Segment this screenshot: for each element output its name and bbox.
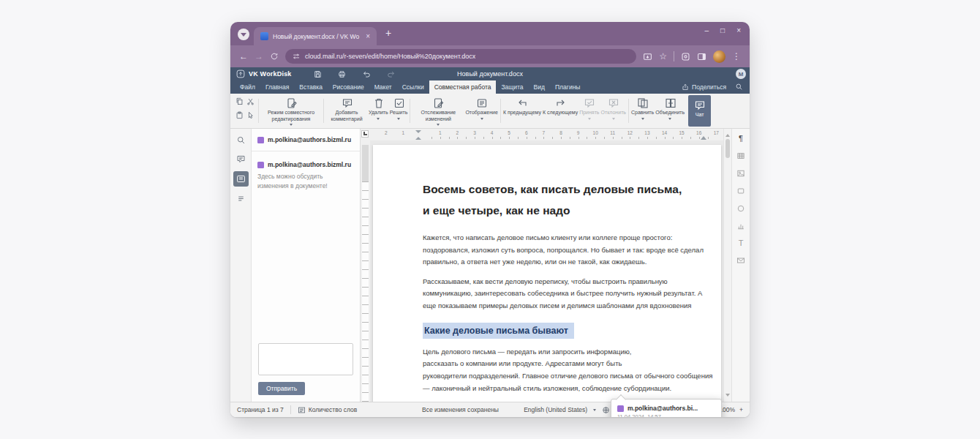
paragraph-settings-icon[interactable]: ¶ bbox=[739, 135, 743, 143]
shape-settings-icon[interactable] bbox=[736, 187, 745, 195]
chart-settings-icon[interactable] bbox=[736, 222, 745, 230]
desktop: Новый документ.docx / VK Wo × + – □ × ← … bbox=[0, 0, 980, 439]
scroll-down-arrow[interactable] bbox=[725, 394, 730, 399]
scroll-up-arrow[interactable] bbox=[725, 132, 730, 137]
add-comment-button[interactable]: Добавить комментарий bbox=[325, 95, 368, 127]
track-changes-button[interactable]: Отслеживание изменений bbox=[412, 95, 464, 127]
delete-comment-button[interactable]: Удалить bbox=[368, 95, 389, 127]
copy-icon[interactable] bbox=[234, 97, 245, 111]
chat-toggle-button[interactable]: Чат bbox=[688, 95, 711, 127]
save-icon[interactable] bbox=[314, 70, 322, 78]
co-editing-mode-button[interactable]: Режим совместного редактирования bbox=[260, 95, 322, 127]
window-minimize-button[interactable]: – bbox=[705, 27, 709, 34]
chat-message-user: m.polkina@authors.bizml.ru bbox=[268, 161, 351, 168]
track-changes-icon bbox=[433, 97, 444, 108]
tab-stop-selector[interactable] bbox=[361, 130, 369, 138]
mail-merge-icon[interactable] bbox=[736, 256, 745, 265]
tab-protection[interactable]: Защита bbox=[496, 80, 528, 94]
reject-change-button[interactable]: Отклонить bbox=[600, 95, 627, 127]
page-area[interactable]: Восемь советов, как писать деловые письм… bbox=[370, 140, 731, 402]
print-icon[interactable] bbox=[338, 70, 346, 78]
combine-icon bbox=[665, 97, 676, 108]
tab-insert[interactable]: Вставка bbox=[294, 80, 328, 94]
chat-send-button[interactable]: Отправить bbox=[258, 382, 305, 395]
word-count-icon[interactable] bbox=[298, 406, 306, 414]
display-mode-button[interactable]: Отображение bbox=[464, 95, 499, 127]
word-count-label[interactable]: Количество слов bbox=[309, 406, 358, 413]
reload-button[interactable] bbox=[270, 52, 279, 61]
language-selector[interactable]: English (United States) bbox=[524, 406, 587, 413]
redo-icon[interactable] bbox=[387, 70, 396, 78]
previous-change-button[interactable]: К предыдущему bbox=[502, 95, 542, 127]
chat-header-user: m.polkina@authors.bizml.ru bbox=[268, 136, 351, 143]
site-settings-icon[interactable] bbox=[293, 53, 300, 60]
tab-plugins[interactable]: Плагины bbox=[550, 80, 585, 94]
accept-change-button[interactable]: Принять bbox=[578, 95, 600, 127]
accept-icon bbox=[584, 97, 595, 108]
tab-search-chevron-icon[interactable] bbox=[238, 29, 249, 40]
undo-icon[interactable] bbox=[362, 70, 371, 78]
tab-draw[interactable]: Рисование bbox=[328, 80, 369, 94]
browser-tab[interactable]: Новый документ.docx / VK Wo × bbox=[254, 27, 377, 45]
document-language-icon[interactable] bbox=[602, 406, 610, 414]
side-panel-icon[interactable] bbox=[697, 52, 706, 61]
tab-view[interactable]: Вид bbox=[529, 80, 550, 94]
navigation-panel-icon[interactable] bbox=[236, 194, 246, 203]
next-change-button[interactable]: К следующему bbox=[542, 95, 578, 127]
table-settings-icon[interactable] bbox=[736, 151, 745, 160]
document-title: Новый документ.docx bbox=[457, 70, 523, 78]
vertical-ruler[interactable] bbox=[361, 129, 370, 402]
caret-down-icon bbox=[480, 118, 483, 121]
tab-layout[interactable]: Макет bbox=[369, 80, 397, 94]
new-tab-button[interactable]: + bbox=[385, 28, 391, 38]
back-button[interactable]: ← bbox=[239, 52, 248, 61]
caret-down-icon bbox=[612, 118, 615, 121]
document-scrollbar[interactable] bbox=[723, 129, 731, 402]
tab-collaboration[interactable]: Совместная работа bbox=[429, 80, 497, 94]
install-app-icon[interactable] bbox=[643, 52, 652, 61]
search-icon[interactable] bbox=[735, 83, 743, 91]
chat-panel-icon[interactable] bbox=[233, 171, 249, 187]
profile-avatar[interactable] bbox=[713, 50, 725, 63]
tab-file[interactable]: Файл bbox=[235, 80, 260, 94]
window-maximize-button[interactable]: □ bbox=[720, 27, 725, 34]
image-settings-icon[interactable] bbox=[736, 169, 745, 178]
right-margin-marker[interactable] bbox=[701, 133, 706, 140]
user-avatar[interactable]: M bbox=[736, 69, 746, 79]
horizontal-ruler[interactable]: 21 1234567891011121314151617 bbox=[370, 129, 724, 140]
caret-down-icon bbox=[593, 409, 596, 413]
forward-button[interactable]: → bbox=[255, 52, 263, 61]
compare-button[interactable]: Сравнить bbox=[630, 95, 655, 127]
tab-home[interactable]: Главная bbox=[260, 80, 294, 94]
resolve-button[interactable]: Решить bbox=[389, 95, 409, 127]
text-art-settings-icon[interactable]: T bbox=[739, 239, 744, 247]
comment-author: m.polkina@authors.bi... bbox=[627, 405, 698, 412]
window-close-button[interactable]: × bbox=[736, 27, 741, 34]
address-bar[interactable]: cloud.mail.ru/r-seven/edit/home/Новый%20… bbox=[285, 49, 636, 64]
scrollbar-thumb[interactable] bbox=[725, 139, 730, 158]
paste-icon[interactable] bbox=[234, 111, 245, 125]
chat-message-input[interactable] bbox=[258, 343, 353, 375]
browser-menu-icon[interactable]: ⋮ bbox=[732, 52, 741, 61]
combine-button[interactable]: Объединить bbox=[655, 95, 685, 127]
page-indicator[interactable]: Страница 1 из 7 bbox=[237, 406, 284, 413]
comments-panel-icon[interactable] bbox=[236, 154, 246, 164]
left-margin-marker[interactable] bbox=[415, 130, 421, 140]
cut-icon[interactable] bbox=[245, 97, 256, 111]
find-icon[interactable] bbox=[236, 135, 246, 145]
smartart-settings-icon[interactable] bbox=[736, 204, 745, 213]
editor-header: VK WorkDisk Новый документ.docx M bbox=[230, 67, 750, 80]
zoom-in-button[interactable]: + bbox=[739, 406, 743, 413]
bookmark-star-icon[interactable]: ☆ bbox=[659, 52, 667, 61]
select-icon[interactable] bbox=[245, 111, 256, 125]
caret-down-icon bbox=[641, 118, 644, 121]
tab-references[interactable]: Ссылки bbox=[397, 80, 429, 94]
tab-title: Новый документ.docx / VK Wo bbox=[273, 33, 361, 40]
caret-down-icon bbox=[290, 124, 293, 127]
document-page[interactable]: Восемь советов, как писать деловые письм… bbox=[373, 145, 721, 402]
share-button[interactable]: Поделиться bbox=[682, 80, 726, 94]
tab-close-icon[interactable]: × bbox=[366, 33, 370, 40]
extensions-icon[interactable] bbox=[681, 52, 690, 61]
toolbar-divider bbox=[674, 51, 674, 61]
editor-menubar: Файл Главная Вставка Рисование Макет Ссы… bbox=[230, 80, 750, 94]
